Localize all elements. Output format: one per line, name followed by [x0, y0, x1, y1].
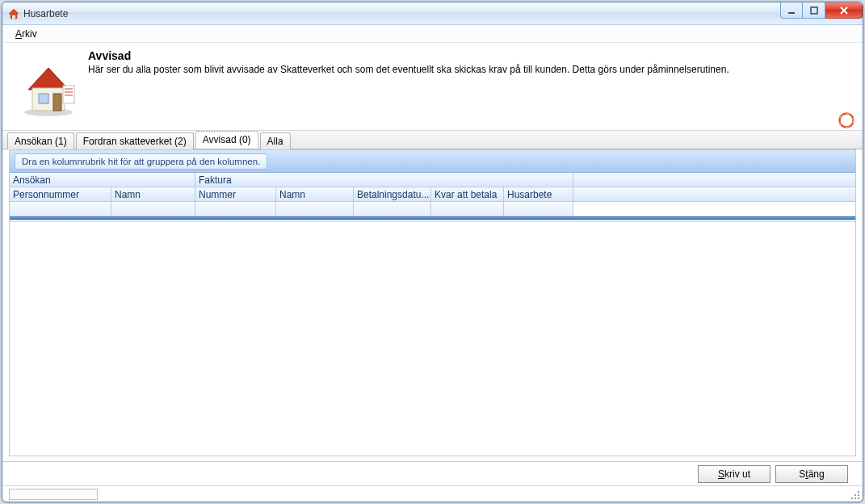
header-panel: Avvisad Här ser du alla poster som blivi… [2, 43, 863, 130]
close-dialog-button[interactable]: Stäng [775, 465, 848, 483]
column-group-ansokan[interactable]: Ansökan [10, 173, 195, 187]
grid-header: Ansökan Faktura Personnummer Namn Nummer… [10, 173, 855, 202]
print-button-label: kriv ut [724, 468, 750, 480]
grid-column-row: Personnummer Namn Nummer Namn Betalnings… [10, 187, 855, 202]
window-title: Husarbete [23, 8, 68, 19]
column-betalningsdatum[interactable]: Betalningsdatu... [354, 187, 431, 201]
column-kvar-att-betala[interactable]: Kvar att betala [431, 187, 504, 201]
statusbar [2, 485, 863, 502]
column-namn-1[interactable]: Namn [111, 187, 195, 201]
help-icon[interactable] [838, 112, 855, 128]
tab-avvisad[interactable]: Avvisad (0) [195, 131, 258, 149]
print-button[interactable]: Skriv ut [698, 465, 771, 483]
page-title: Avvisad [88, 49, 853, 62]
column-nummer[interactable]: Nummer [195, 187, 276, 201]
status-cell [9, 489, 98, 500]
footer: Skriv ut Stäng [2, 461, 863, 485]
menu-arkiv[interactable]: Arkiv [10, 27, 42, 41]
svg-rect-11 [63, 86, 74, 103]
column-group-faktura[interactable]: Faktura [195, 173, 573, 187]
window-controls [780, 2, 863, 19]
svg-rect-10 [53, 94, 61, 111]
tab-alla[interactable]: Alla [260, 132, 291, 149]
group-by-bar[interactable]: Dra en kolumnrubrik hit för att gruppera… [10, 150, 855, 173]
group-hint: Dra en kolumnrubrik hit för att gruppera… [15, 153, 267, 170]
grid-group-row: Ansökan Faktura [10, 173, 855, 187]
header-text: Avvisad Här ser du alla poster som blivi… [85, 49, 853, 122]
house-icon [12, 49, 85, 122]
tab-ansokan[interactable]: Ansökan (1) [7, 132, 74, 149]
minimize-button[interactable] [780, 2, 803, 19]
tab-fordran[interactable]: Fordran skatteverket (2) [76, 132, 194, 149]
grid-separator-light [10, 220, 855, 222]
table-row[interactable] [10, 202, 855, 216]
house-icon-small [7, 7, 20, 20]
close-button[interactable] [825, 2, 863, 19]
resize-grip[interactable] [849, 489, 860, 500]
tabstrip: Ansökan (1) Fordran skatteverket (2) Avv… [2, 130, 863, 149]
grid-body[interactable] [10, 202, 855, 456]
svg-rect-3 [811, 7, 817, 14]
grid-panel: Dra en kolumnrubrik hit för att gruppera… [9, 149, 856, 456]
maximize-button[interactable] [803, 2, 825, 19]
svg-rect-2 [788, 12, 795, 14]
menubar: Arkiv [2, 25, 863, 43]
svg-rect-1 [12, 15, 15, 19]
column-namn-2[interactable]: Namn [276, 187, 354, 201]
column-personnummer[interactable]: Personnummer [10, 187, 111, 201]
app-window: Husarbete Arkiv [2, 2, 863, 502]
titlebar[interactable]: Husarbete [2, 2, 863, 25]
svg-rect-9 [39, 94, 48, 103]
column-husarbete[interactable]: Husarbete [504, 187, 573, 201]
page-description: Här ser du alla poster som blivit avvisa… [88, 64, 853, 75]
